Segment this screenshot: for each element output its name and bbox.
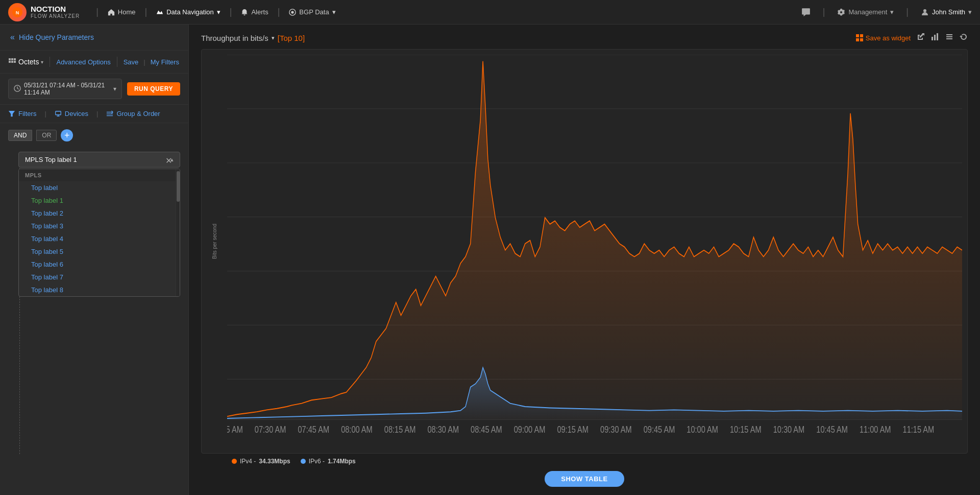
svg-text:07:45 AM: 07:45 AM xyxy=(298,424,329,433)
left-panel: « Hide Query Parameters Octets ▾ Advance… xyxy=(0,25,189,495)
main-layout: « Hide Query Parameters Octets ▾ Advance… xyxy=(0,25,980,495)
tab-group-order[interactable]: Group & Order xyxy=(106,110,160,117)
metric-selector[interactable]: Octets ▾ xyxy=(8,58,43,66)
and-button[interactable]: AND xyxy=(8,130,32,141)
svg-text:07:30 AM: 07:30 AM xyxy=(255,424,286,433)
advanced-options-link[interactable]: Advanced Options xyxy=(56,58,110,66)
nav-bgp-data[interactable]: BGP Data ▾ xyxy=(284,6,340,18)
chat-button[interactable] xyxy=(801,8,811,17)
logo-name: NOCTION xyxy=(31,5,80,14)
external-link-button[interactable] xyxy=(917,33,925,43)
user-name: John Smith xyxy=(932,8,965,16)
dropdown-item-top-label-1[interactable]: Top label 1 xyxy=(19,194,180,207)
svg-text:08:30 AM: 08:30 AM xyxy=(427,424,459,433)
legend-ipv4-dot xyxy=(232,459,237,464)
chart-title-text: Throughput in bits/s xyxy=(201,34,268,42)
add-filter-button[interactable]: + xyxy=(61,129,73,142)
svg-text:10:30 AM: 10:30 AM xyxy=(773,424,805,433)
dropdown-item-top-label-3[interactable]: Top label 3 xyxy=(19,220,180,232)
date-range-text: 05/31/21 07:14 AM - 05/31/21 11:14 AM xyxy=(24,82,110,96)
dropdown-item-top-label-2[interactable]: Top label 2 xyxy=(19,207,180,220)
svg-rect-8 xyxy=(9,61,11,63)
management-chevron: ▾ xyxy=(890,8,894,16)
clock-icon xyxy=(14,85,21,93)
top10-badge[interactable]: [Top 10] xyxy=(278,34,305,42)
hide-params-label: Hide Query Parameters xyxy=(19,33,94,41)
bgp-chevron: ▾ xyxy=(332,8,336,16)
management-menu[interactable]: Management ▾ xyxy=(837,8,894,16)
logo-subtitle: FLOW ANALYZER xyxy=(31,13,80,19)
svg-marker-12 xyxy=(9,110,15,116)
dropdown-item-top-label-8[interactable]: Top label 8 xyxy=(19,284,180,296)
chart-area: Bits per second xyxy=(201,49,968,454)
dropdown-scrollbar[interactable] xyxy=(176,169,180,296)
date-range-picker[interactable]: 05/31/21 07:14 AM - 05/31/21 11:14 AM ▾ xyxy=(8,79,122,99)
svg-text:07:15 AM: 07:15 AM xyxy=(227,424,243,433)
user-menu[interactable]: John Smith ▾ xyxy=(921,8,972,16)
svg-text:08:15 AM: 08:15 AM xyxy=(384,424,416,433)
nav-alerts[interactable]: Alerts xyxy=(236,6,273,18)
svg-rect-6 xyxy=(11,58,13,60)
svg-rect-21 xyxy=(856,38,859,41)
svg-rect-24 xyxy=(934,35,936,40)
run-query-button[interactable]: RUN QUERY xyxy=(127,82,180,96)
hide-query-params-button[interactable]: « Hide Query Parameters xyxy=(0,25,188,51)
nav-data-navigation[interactable]: Data Navigation ▾ xyxy=(151,6,226,18)
dropdown-item-top-label-5[interactable]: Top label 5 xyxy=(19,245,180,258)
dropdown-item-top-label-6[interactable]: Top label 6 xyxy=(19,258,180,271)
close-filter-button[interactable]: ✕ xyxy=(165,156,172,166)
top-navigation: N NOCTION FLOW ANALYZER | Home | Data Na… xyxy=(0,0,980,25)
chart-refresh-button[interactable] xyxy=(960,33,968,43)
svg-text:10:00 AM: 10:00 AM xyxy=(687,424,718,433)
chart-actions: Save as widget xyxy=(855,33,968,43)
or-button[interactable]: OR xyxy=(36,130,57,141)
mpls-dropdown-list: MPLS Top label Top label 1 Top label 2 T… xyxy=(18,169,180,297)
dropdown-item-top-label-7[interactable]: Top label 7 xyxy=(19,271,180,284)
filter-container: MPLS Top label 1 ▴ MPLS Top label Top la… xyxy=(0,148,188,495)
throughput-chart: 350M 300M 250M 200M 150M 100M 50M 0 xyxy=(227,55,962,433)
svg-text:09:00 AM: 09:00 AM xyxy=(514,424,546,433)
chart-legend: IPv4 - 34.33Mbps IPv6 - 1.74Mbps xyxy=(201,454,968,465)
date-chevron: ▾ xyxy=(113,85,116,92)
logo-icon: N xyxy=(8,3,27,21)
chart-title-chevron[interactable]: ▾ xyxy=(272,35,275,41)
my-filters-link[interactable]: My Filters xyxy=(151,58,179,66)
svg-text:09:30 AM: 09:30 AM xyxy=(600,424,632,433)
mpls-filter-wrapper: MPLS Top label 1 ▴ MPLS Top label Top la… xyxy=(18,152,180,297)
svg-text:11:15 AM: 11:15 AM xyxy=(903,424,935,433)
show-table-button[interactable]: SHOW TABLE xyxy=(545,471,624,487)
chart-type-button[interactable] xyxy=(931,33,939,43)
date-bar: 05/31/21 07:14 AM - 05/31/21 11:14 AM ▾ … xyxy=(0,74,188,105)
legend-ipv4: IPv4 - 34.33Mbps xyxy=(232,458,290,465)
metric-chevron: ▾ xyxy=(41,59,43,65)
legend-ipv6: IPv6 - 1.74Mbps xyxy=(301,458,356,465)
nav-home[interactable]: Home xyxy=(103,6,141,18)
chart-title: Throughput in bits/s ▾ [Top 10] xyxy=(201,34,305,42)
tab-filters[interactable]: Filters xyxy=(8,110,36,117)
metric-label: Octets xyxy=(18,58,39,66)
svg-rect-9 xyxy=(11,61,13,63)
svg-rect-5 xyxy=(9,58,11,60)
svg-rect-23 xyxy=(932,37,933,40)
legend-ipv6-dot xyxy=(301,459,306,464)
svg-text:10:15 AM: 10:15 AM xyxy=(730,424,762,433)
selected-filter-label: MPLS Top label 1 xyxy=(25,156,77,163)
svg-rect-22 xyxy=(860,38,863,41)
svg-text:09:15 AM: 09:15 AM xyxy=(557,424,589,433)
chart-menu-button[interactable] xyxy=(945,33,953,43)
filter-bar: Octets ▾ Advanced Options Save | My Filt… xyxy=(0,51,188,74)
dropdown-section-header: MPLS xyxy=(19,169,180,181)
dropdown-scrollbar-thumb xyxy=(177,171,180,202)
user-chevron: ▾ xyxy=(968,8,972,16)
tab-devices[interactable]: Devices xyxy=(55,110,88,117)
mpls-dropdown-header[interactable]: MPLS Top label 1 ▴ xyxy=(18,152,180,168)
dropdown-item-top-label-4[interactable]: Top label 4 xyxy=(19,232,180,245)
save-as-widget-button[interactable]: Save as widget xyxy=(855,34,911,42)
svg-rect-25 xyxy=(937,33,938,40)
right-panel: Throughput in bits/s ▾ [Top 10] Save as … xyxy=(189,25,980,495)
svg-rect-19 xyxy=(856,34,859,37)
svg-text:08:00 AM: 08:00 AM xyxy=(341,424,373,433)
svg-rect-7 xyxy=(14,58,16,60)
dropdown-item-top-label[interactable]: Top label xyxy=(19,181,180,194)
save-filter-link[interactable]: Save xyxy=(124,58,139,66)
